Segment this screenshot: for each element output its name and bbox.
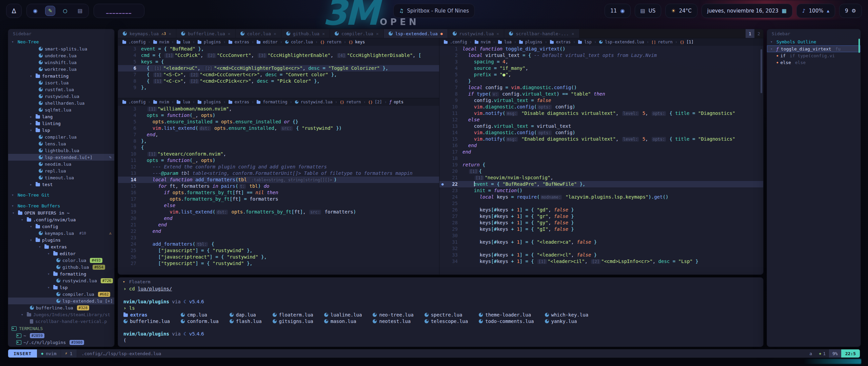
tree-item[interactable]: color.lua#493: [8, 257, 114, 264]
window-title-pill[interactable]: ________: [94, 4, 144, 18]
code-line[interactable]: 8 { [1]"<C-c>", [2]"<cmd>CccPick<cr>", d…: [118, 78, 439, 84]
code-area[interactable]: 1local function toggle_diag_virtext()2 l…: [439, 46, 763, 265]
code-line[interactable]: 17end: [439, 149, 763, 155]
outline-item[interactable]: ◆elseelse: [767, 59, 861, 66]
code-line[interactable]: 9},: [118, 84, 439, 91]
workspace-button[interactable]: ✎: [45, 6, 55, 16]
code-line[interactable]: 11 vim.notify(msg: "Disable diagnostics …: [439, 110, 763, 117]
outline-item[interactable]: ◆ifif type(config.vi: [767, 52, 861, 59]
tree-item[interactable]: ▾extras: [8, 243, 114, 250]
code-line[interactable]: 10 vim.diagnostic.config(opts: config): [439, 104, 763, 110]
tab-rustywind-lua[interactable]: rustywind.lua×: [448, 29, 505, 38]
code-line[interactable]: 3 spacing = 4,: [439, 59, 763, 65]
code-line[interactable]: 14 local function add_formatters(tbl :ta…: [118, 177, 439, 183]
section-neo-tree[interactable]: ▾ Neo-Tree: [8, 38, 114, 45]
code-line[interactable]: 19 vim.list_extend(dst: opts.formatters_…: [118, 209, 439, 215]
code-line[interactable]: 5keys = {: [118, 59, 439, 65]
code-line[interactable]: 3event = { "BufRead" },: [118, 46, 439, 52]
code-line[interactable]: 8},: [118, 138, 439, 144]
tab-lsp-extended-lua[interactable]: lsp-extended.lua●: [384, 29, 448, 38]
tree-item[interactable]: shellharden.lua: [8, 100, 114, 106]
workspace-button[interactable]: ▤: [75, 6, 85, 16]
code-line[interactable]: 12 --- Extend the conform plugin config …: [118, 164, 439, 170]
code-line[interactable]: 15 for ft, formatters in pairs(t: tbl) d…: [118, 183, 439, 189]
code-line[interactable]: 27 keys[#keys + 1] = { "gr", false }: [439, 213, 763, 220]
code-line[interactable]: 14 vim.diagnostic.config(opts: config): [439, 129, 763, 136]
code-line[interactable]: 18 else: [118, 202, 439, 209]
tree-item[interactable]: neodim.lua: [8, 161, 114, 167]
tree-item[interactable]: ▾lsp: [8, 284, 114, 291]
tree-item[interactable]: lens.lua: [8, 140, 114, 147]
tree-item[interactable]: keymaps.lua#10⚠: [8, 230, 114, 237]
code-line[interactable]: 11 opts = function(_, opts): [118, 157, 439, 164]
tree-item[interactable]: winshift.lua: [8, 59, 114, 66]
tab-keymaps-lua[interactable]: keymaps.lua⚠3×: [118, 29, 176, 38]
code-line[interactable]: 5 prefix = "●",: [439, 72, 763, 78]
tree-item[interactable]: compiler.lua#682: [8, 291, 114, 298]
code-line[interactable]: 7 { [1]"<S-C>", [2]"<cmd>CccConvert<cr>"…: [118, 72, 439, 78]
code-line[interactable]: 8 if type(v: config.virtual_text) == "ta…: [439, 91, 763, 97]
tree-item[interactable]: ▾Juegos/Indies/SteamLibrary/st: [8, 311, 114, 318]
tree-item[interactable]: sqlfmt.lua: [8, 106, 114, 113]
tree-item[interactable]: isort.lua: [8, 79, 114, 86]
code-line[interactable]: 24 local keys = require(modname: "lazyvi…: [439, 194, 763, 200]
code-area[interactable]: 3 [1]"williamboman/mason.nvim",4 opts = …: [118, 106, 439, 267]
tabpage-2[interactable]: 2: [754, 29, 763, 38]
tree-item[interactable]: rustfmt.lua: [8, 86, 114, 93]
tabpage-1[interactable]: 1: [746, 29, 754, 38]
tree-item[interactable]: github.lua#654: [8, 264, 114, 270]
tab-bufferline-lua[interactable]: bufferline.lua×: [176, 29, 235, 38]
code-line[interactable]: 27 ["typescript"] = { "rustywind" },: [118, 260, 439, 267]
tree-item[interactable]: smart-splits.lua: [8, 45, 114, 52]
code-line[interactable]: 26 keys[#keys + 1] = { "gd", false }: [439, 207, 763, 213]
code-line[interactable]: 9 config.virtual_text = false: [439, 97, 763, 104]
tree-item[interactable]: ▾formatting: [8, 73, 114, 79]
tree-item[interactable]: lightbulb.lua: [8, 147, 114, 154]
code-line[interactable]: ●22 event = { "BufReadPre", "BufNewFile"…: [439, 181, 763, 187]
tree-item[interactable]: ▾OPEN BUFFERS in ~: [8, 209, 114, 216]
code-line[interactable]: 6 }: [439, 78, 763, 84]
code-line[interactable]: 21 end: [118, 222, 439, 228]
code-line[interactable]: 20 [1]{: [439, 168, 763, 175]
code-line[interactable]: 4 source = "if_many",: [439, 65, 763, 72]
code-line[interactable]: 18: [439, 155, 763, 162]
workspace-button[interactable]: ○: [60, 6, 70, 16]
scrollbar-handle[interactable]: [859, 39, 860, 53]
outline-item[interactable]: ▾ƒtoggle_diag_virtextfu: [767, 45, 861, 52]
code-line[interactable]: 31 keys[#keys + 1] = { "<leader>ca", fal…: [439, 239, 763, 245]
tree-item[interactable]: lsp-extended.lu[+]✎: [8, 154, 114, 161]
section-neo-tree-buffers[interactable]: ▾ Neo-Tree Buffers: [8, 202, 114, 209]
code-line[interactable]: 17 opts.formatters_by_ft[ft] = formatter…: [118, 196, 439, 202]
code-line[interactable]: 16 if opts.formatters_by_ft[ft] == nil t…: [118, 189, 439, 196]
tree-item[interactable]: ▾plugins: [8, 237, 114, 243]
code-line[interactable]: 7 end,: [118, 131, 439, 138]
code-line[interactable]: 15 vim.notify(msg: "Enabled diagnostics …: [439, 136, 763, 142]
tree-item[interactable]: rustywind.lua: [8, 93, 114, 100]
code-line[interactable]: 9{: [118, 144, 439, 151]
tab-github-lua[interactable]: github.lua×: [281, 29, 330, 38]
launcher-button[interactable]: ∆: [6, 4, 22, 18]
code-line[interactable]: 3 [1]"williamboman/mason.nvim",: [118, 106, 439, 112]
code-line[interactable]: 6 vim.list_extend(dst: opts.ensure_insta…: [118, 125, 439, 131]
tree-item[interactable]: ▾formatting: [8, 270, 114, 277]
code-line[interactable]: 6 { [1]"<leader>uC", [2]"<cmd>CccHighlig…: [118, 65, 439, 72]
code-line[interactable]: 22 end: [118, 228, 439, 235]
tree-item[interactable]: scrollbar-handle-vertical.p: [8, 318, 114, 325]
status-widget[interactable]: ☀24°C: [665, 4, 697, 18]
tree-item[interactable]: rustywind.lua#726: [8, 277, 114, 284]
code-line[interactable]: 10 [1]"stevearc/conform.nvim",: [118, 151, 439, 157]
terminal-item[interactable]: ~/.c/n/l/plugins#3980: [8, 339, 114, 346]
tab-compiler-lua[interactable]: compiler.lua×: [330, 29, 384, 38]
code-line[interactable]: 23: [118, 235, 439, 241]
tab-color-lua[interactable]: color.lua×: [236, 29, 281, 38]
code-line[interactable]: 33 keys[#keys + 1] = { "<leader>cl", fal…: [439, 252, 763, 258]
tree-item[interactable]: ▾config: [8, 223, 114, 230]
music-widget[interactable]: ♫ Spiritbox - Rule Of Nines: [393, 4, 475, 18]
tree-item[interactable]: ▾.config/nvim/lua: [8, 216, 114, 223]
terminal-item[interactable]: ~#2859: [8, 332, 114, 339]
code-line[interactable]: 5 opts.ensure_installed = opts.ensure_in…: [118, 119, 439, 125]
status-widget[interactable]: 11◉: [605, 4, 630, 18]
code-line[interactable]: 4 opts = function(_, opts): [118, 112, 439, 119]
status-widget[interactable]: jueves, noviembre 16, 2023▦: [702, 4, 792, 18]
workspace-button[interactable]: ◉: [30, 6, 40, 16]
